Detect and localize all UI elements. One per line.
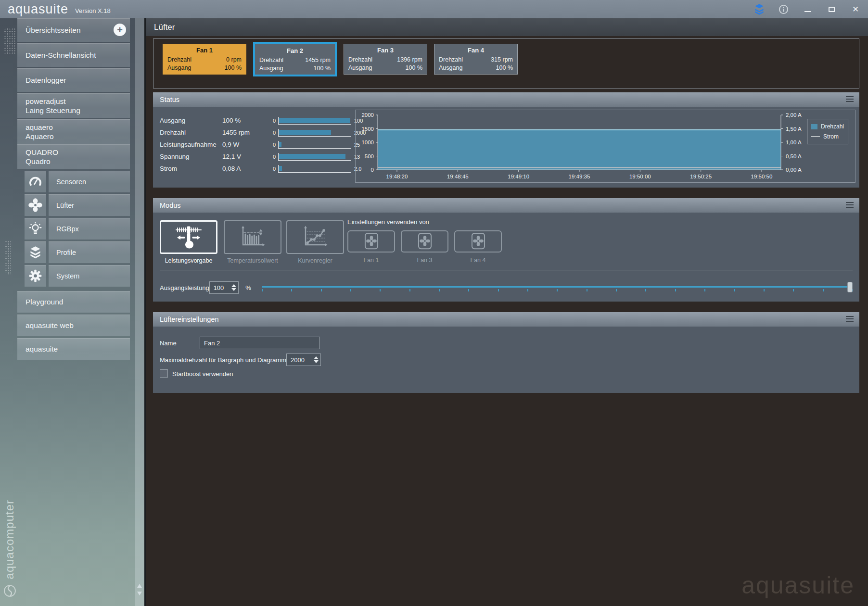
status-label: Spannung [160, 153, 222, 160]
sidebar-item-profile[interactable]: Profile [49, 241, 130, 263]
close-button[interactable]: ✕ [850, 3, 861, 15]
slider-tick [409, 289, 410, 291]
add-page-button[interactable]: + [114, 24, 126, 36]
sidebar-item-label: Profile [56, 249, 76, 256]
sidebar-item-system[interactable]: System [49, 265, 130, 287]
maxrpm-value: 2000 [287, 354, 312, 366]
sidebar-scrollbar[interactable] [135, 18, 144, 606]
fan-card-ausgang-row: Ausgang100 % [348, 64, 422, 72]
slider-thumb[interactable] [847, 282, 853, 292]
status-value: 0,9 W [222, 141, 268, 148]
slider-track[interactable] [262, 286, 853, 288]
svg-text:1,50 A: 1,50 A [786, 126, 802, 132]
slider-tick [439, 289, 440, 291]
slider-tick [764, 289, 765, 291]
panel-menu-icon[interactable] [846, 316, 854, 323]
sidebar-item-label: aquasuite web [26, 321, 130, 330]
info-icon[interactable] [778, 3, 789, 15]
spinner-arrows[interactable] [312, 354, 320, 366]
slider-tick [645, 289, 646, 291]
maxrpm-spinner[interactable]: 2000 [286, 354, 321, 366]
fan-name-input[interactable] [200, 337, 320, 349]
sidebar-item-label: Sensoren [56, 178, 86, 186]
sidebar-item-aquasuite[interactable]: aquasuite [17, 338, 130, 360]
name-label: Name [160, 340, 177, 347]
copy-button-label: Fan 3 [417, 257, 433, 264]
slider-tick [704, 289, 705, 291]
copy-from-button-fan-1[interactable]: Fan 1 [347, 230, 395, 264]
fan-card-fan-3[interactable]: Fan 3Drehzahl1396 rpmAusgang100 % [344, 44, 427, 75]
output-power-slider[interactable] [262, 281, 853, 294]
copy-from-button-fan-4[interactable]: Fan 4 [454, 230, 502, 264]
output-power-spinner[interactable]: 100 [209, 281, 239, 294]
meter-fill [279, 130, 331, 135]
sidebar-item-sublabel: Aquaero [26, 132, 130, 141]
slider-tick [823, 289, 824, 291]
slider-tick [557, 289, 558, 291]
maximize-button[interactable] [826, 3, 837, 15]
sidebar-item-rgbpx[interactable]: RGBpx [49, 218, 130, 240]
sidebar-item-label: aquaero [26, 123, 130, 132]
minimize-button[interactable] [802, 3, 813, 15]
svg-text:0,00 A: 0,00 A [786, 167, 802, 173]
scroll-down-icon[interactable] [137, 592, 142, 595]
sidebar-item-label: RGBpx [56, 225, 79, 233]
output-power-row: Ausgangsleistung 100 % [160, 278, 853, 297]
page-header: Lüfter [146, 18, 868, 36]
mode-button-leistungsvorgabe[interactable]: Leistungsvorgabe [160, 220, 217, 264]
manual-power-icon [160, 220, 217, 254]
startboost-checkbox[interactable] [160, 369, 168, 378]
sidebar-item-aquaero[interactable]: aquaeroAquaero [17, 119, 130, 144]
layers-stack-icon[interactable] [753, 3, 765, 15]
fan-overview-box: Fan 1Drehzahl0 rpmAusgang100 %Fan 2Drehz… [153, 38, 859, 88]
svg-text:19:48:20: 19:48:20 [386, 174, 408, 179]
spinner-down-icon[interactable] [231, 288, 236, 291]
slider-tick [321, 289, 322, 291]
mode-button-temperatursollwert[interactable]: Temperatursollwert [224, 220, 281, 264]
slider-tick [675, 289, 676, 291]
fan-icon [25, 194, 46, 216]
fan-card-fan-4[interactable]: Fan 4Drehzahl315 rpmAusgang100 % [434, 44, 518, 75]
sidebar-item-l-fter[interactable]: Lüfter [49, 194, 130, 216]
fan-button-icon [347, 230, 395, 252]
status-row-strom: Strom0,08 A02.0 [160, 163, 366, 175]
status-meter [278, 153, 351, 161]
sidebar-item-sensoren[interactable]: Sensoren [49, 171, 130, 192]
copy-from-button-fan-3[interactable]: Fan 3 [401, 230, 448, 264]
sidebar-item-playground[interactable]: Playground [17, 291, 130, 313]
sidebar-item-quadro[interactable]: QUADROQuadro [17, 144, 130, 169]
spinner-down-icon[interactable] [314, 360, 319, 363]
scroll-up-icon[interactable] [137, 584, 142, 588]
panel-menu-icon[interactable] [846, 96, 854, 103]
spinner-arrows[interactable] [230, 282, 238, 293]
fan-card-fan-1[interactable]: Fan 1Drehzahl0 rpmAusgang100 % [163, 44, 246, 75]
drehzahl-value: 0 rpm [226, 56, 242, 64]
sidebar-item-label: QUADRO [26, 148, 130, 157]
sidebar-item-poweradjust[interactable]: poweradjustLaing Steuerung [17, 93, 130, 118]
sidebar-item-bersichtsseiten[interactable]: Übersichtsseiten+ [17, 18, 130, 42]
slider-tick [587, 289, 587, 291]
svg-text:1,00 A: 1,00 A [786, 139, 802, 145]
sidebar-item-daten-schnellansicht[interactable]: Daten-Schnellansicht [17, 43, 130, 67]
spinner-up-icon[interactable] [231, 284, 236, 287]
legend-label: Strom [823, 133, 839, 140]
status-meter [278, 117, 351, 125]
sidebar-item-label: System [56, 272, 79, 280]
drehzahl-value: 1396 rpm [397, 56, 422, 64]
svg-text:19:50:50: 19:50:50 [751, 174, 773, 179]
output-power-unit: % [245, 284, 251, 291]
fan-card-fan-2[interactable]: Fan 2Drehzahl1455 rpmAusgang100 % [253, 42, 337, 76]
status-label: Leistungsaufnahme [160, 141, 222, 148]
fan-card-drehzahl-row: Drehzahl1455 rpm [259, 56, 331, 64]
sidebar-item-aquasuite-web[interactable]: aquasuite web [17, 315, 130, 336]
spinner-up-icon[interactable] [314, 356, 319, 359]
aquacomputer-logo-icon [3, 584, 16, 597]
mode-button-kurvenregler[interactable]: Kurvenregler [286, 220, 344, 264]
divider [160, 270, 853, 270]
sidebar-item-sublabel: Quadro [26, 157, 130, 166]
page-title: Lüfter [154, 23, 175, 32]
startboost-label: Startboost verwenden [172, 370, 233, 378]
drehzahl-label: Drehzahl [439, 56, 463, 64]
sidebar-item-datenlogger[interactable]: Datenlogger [17, 68, 130, 92]
panel-menu-icon[interactable] [846, 202, 854, 209]
